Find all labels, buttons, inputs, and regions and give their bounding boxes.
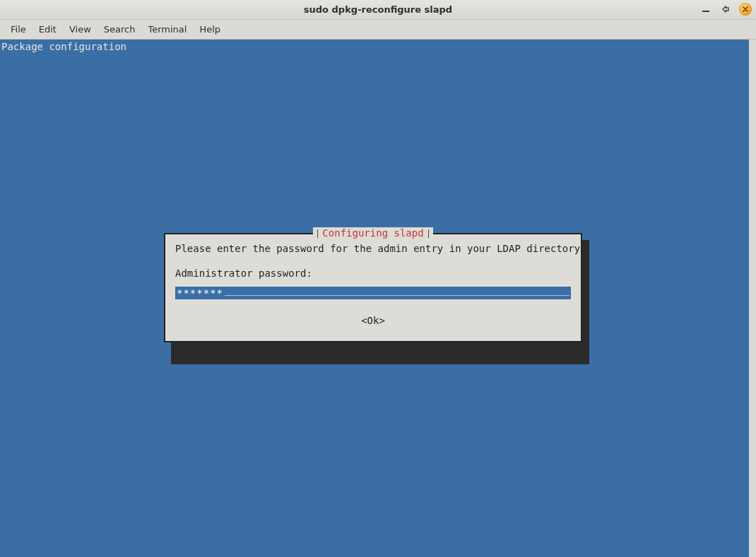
password-input[interactable]: ******* xyxy=(175,287,571,299)
config-dialog: Configuring slapd Please enter the passw… xyxy=(164,233,582,342)
menu-view[interactable]: View xyxy=(63,21,98,37)
maximize-button[interactable] xyxy=(719,3,732,16)
menu-help[interactable]: Help xyxy=(193,21,227,37)
terminal-scrollbar[interactable] xyxy=(749,40,756,557)
password-underline xyxy=(225,295,569,296)
terminal-header-line: Package configuration xyxy=(1,41,126,53)
menubar: File Edit View Search Terminal Help xyxy=(0,20,756,40)
maximize-icon xyxy=(721,5,730,13)
terminal[interactable]: Package configuration Configuring slapd … xyxy=(0,40,756,557)
password-label: Administrator password: xyxy=(175,268,571,280)
ok-button[interactable]: <Ok> xyxy=(361,315,385,327)
menu-search[interactable]: Search xyxy=(98,21,142,37)
minimize-icon xyxy=(702,5,710,13)
close-button[interactable] xyxy=(739,3,752,16)
menu-terminal[interactable]: Terminal xyxy=(141,21,193,37)
minimize-button[interactable] xyxy=(699,3,712,16)
menu-file[interactable]: File xyxy=(4,21,33,37)
menu-edit[interactable]: Edit xyxy=(33,21,63,37)
close-icon xyxy=(742,6,749,13)
dialog-prompt: Please enter the password for the admin … xyxy=(175,243,571,255)
window-title: sudo dpkg-reconfigure slapd xyxy=(304,4,452,15)
password-value: ******* xyxy=(177,287,223,299)
titlebar: sudo dpkg-reconfigure slapd xyxy=(0,0,756,20)
